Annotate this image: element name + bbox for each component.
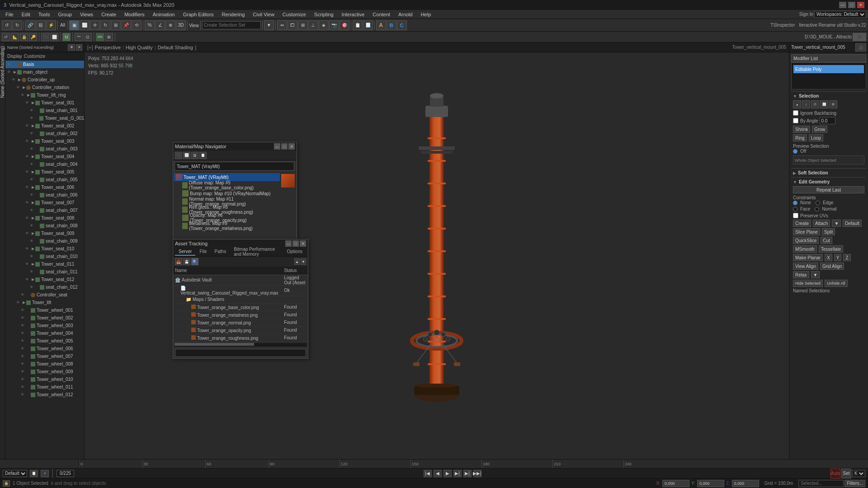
angle-snap-btn[interactable]: ∠ [155,20,165,30]
unlink-btn[interactable]: ⛓ [36,20,46,30]
attach-list-btn[interactable]: ▼ [832,220,841,227]
expand-icon[interactable]: ▶ [22,300,26,305]
expand-icon[interactable]: ▶ [31,201,35,205]
tree-item[interactable]: 👁Tower_wheel_008 [5,360,84,368]
select-scale-btn[interactable]: ⊞ [111,20,121,30]
tree-item[interactable]: 👁Tower_wheel_002 [5,314,84,322]
tree-item[interactable]: 👁▶Tower_seat_007 [5,199,84,206]
tree-item[interactable]: 👁Basis [5,61,84,68]
expand-icon[interactable]: ▶ [31,170,35,174]
tree-item[interactable]: 👁seat_chain_004 [5,160,84,168]
align-camera-btn[interactable]: 📷 [329,20,339,30]
render-frame-btn[interactable]: B [387,20,396,30]
tree-item[interactable]: 👁▶Controller_up [5,76,84,84]
tree-item[interactable]: 👁▶Tower_seat_005 [5,168,84,176]
align-btn[interactable]: ⧠ [288,20,297,30]
tree-item[interactable]: 👁▶Tower_seat_001 [5,99,84,107]
select-button[interactable]: Name (Sorted Ascending) [0,44,5,100]
expand-icon[interactable]: ▶ [31,139,35,143]
expand-icon[interactable]: ▶ [31,216,35,220]
layer-btn2[interactable]: + [41,470,49,477]
undo-btn[interactable]: ↺ [2,20,12,30]
create-btn[interactable]: Create [793,220,811,227]
tb2-wire-btn[interactable]: ⊡ [84,33,92,41]
mat-nav-controls[interactable]: — □ ✕ [274,143,295,150]
tb2-snap-btn[interactable]: SN [96,33,104,41]
prev-frame-btn[interactable]: ◀ [434,470,442,477]
unhide-all-btn[interactable]: Unhide All [825,280,848,287]
visibility-icon[interactable]: 👁 [21,324,26,328]
edge-icon[interactable]: / [802,100,810,108]
tb2-curve-btn[interactable]: 〜 [75,33,83,41]
tree-item[interactable]: 👁Tower_wheel_003 [5,322,84,329]
preserve-uvs-cb[interactable] [793,213,798,218]
play-btn[interactable]: ▶ [443,470,452,477]
asset-hscrollbar[interactable] [174,343,307,347]
menu-customize[interactable]: Customize [279,11,310,18]
next-key-btn[interactable]: ▶| [463,470,472,477]
expand-icon[interactable]: ▶ [31,185,35,189]
auto-key-btn[interactable]: Auto [830,469,840,479]
select-rotate-btn[interactable]: ↻ [100,20,110,30]
visibility-icon[interactable]: 👁 [30,147,35,151]
set-key-btn[interactable]: Set [841,469,851,479]
tb2-material-btn[interactable]: M [62,33,71,41]
tree-item[interactable]: 👁Tower_wheel_004 [5,329,84,337]
tree-item[interactable]: 👁seat_chain_007 [5,206,84,214]
loop-btn[interactable]: Loop [809,134,823,141]
visibility-icon[interactable]: 👁 [21,93,26,97]
split-btn[interactable]: Split [822,228,835,235]
expand-icon[interactable]: ▶ [31,124,35,128]
view-shading[interactable]: Default Shading [158,45,193,50]
titlebar-controls[interactable]: — □ ✕ [839,2,864,8]
menu-scripting[interactable]: Scripting [311,11,337,18]
visibility-icon[interactable]: 👁 [30,270,35,274]
visibility-icon[interactable]: 👁 [25,277,31,282]
minimize-btn[interactable]: — [839,2,846,8]
asset-track-minimize[interactable]: — [285,240,292,247]
asset-tb4[interactable]: ▲ [294,258,300,265]
asset-track-close[interactable]: ✕ [300,240,306,247]
mat-nav-tb4[interactable]: 📋 [199,152,207,159]
tree-item[interactable]: 👁seat_chain_003 [5,145,84,153]
menu-rendering[interactable]: Rendering [218,11,249,18]
tb2-snapo-btn[interactable]: ⊞ [105,33,113,41]
visibility-icon[interactable]: 👁 [30,131,35,136]
visibility-icon[interactable]: 👁 [21,354,26,358]
visibility-icon[interactable]: 👁 [25,170,31,174]
bind-space-warp-btn[interactable]: ⚡ [46,20,56,30]
visibility-icon[interactable]: 👁 [21,393,26,397]
snaps-toggle[interactable]: 🔒 [3,480,10,487]
menu-edit[interactable]: Edit [18,11,34,18]
visibility-icon[interactable]: 👁 [16,85,22,89]
asset-row[interactable]: Tower_orange_opacity.pngFound [173,326,308,334]
workspaces-select[interactable]: Workspaces: Default [814,11,866,18]
grow-btn[interactable]: Grow [812,126,827,133]
mat-nav-restore[interactable]: □ [281,143,288,150]
mat-nav-tb3[interactable]: ▥ [191,152,198,159]
tree-item[interactable]: 👁▶Tower_seat_003 [5,137,84,145]
visibility-icon[interactable]: 👁 [30,208,35,212]
mat-tree-item[interactable]: Metalness: Map #9 (Tower_orange_metalnes… [174,222,280,230]
tb2-btn2[interactable]: 📐 [11,33,19,41]
redo-btn[interactable]: ↻ [12,20,22,30]
tree-item[interactable]: 👁seat_chain_011 [5,268,84,276]
tree-item[interactable]: 👁▶Tower_seat_008 [5,214,84,222]
tree-item[interactable]: 👁▶Tower_seat_012 [5,276,84,283]
visibility-icon[interactable]: 👁 [30,254,35,258]
modifier-list-header[interactable]: Modifier List [791,54,866,62]
mat-name-input[interactable] [175,162,294,171]
asset-row[interactable]: 📁Maps / Shaders [173,296,308,303]
named-sel-btn[interactable]: ▼ [264,20,274,30]
slice-plane-btn[interactable]: Slice Plane [793,228,820,235]
constraint-normal-radio[interactable] [815,207,819,211]
render-btn[interactable]: A [376,20,386,30]
menu-civil-view[interactable]: Civil View [249,11,278,18]
menu-graph-editors[interactable]: Graph Editors [179,11,217,18]
view-quality[interactable]: High Quality [126,45,153,50]
y-input[interactable] [697,480,724,487]
asset-track-controls[interactable]: — □ ✕ [285,240,306,247]
prev-key-btn[interactable]: |◀ [424,470,432,477]
mat-nav-tb2[interactable]: ⬜ [183,152,190,159]
ribbon-btn[interactable]: 📃 [363,20,373,30]
